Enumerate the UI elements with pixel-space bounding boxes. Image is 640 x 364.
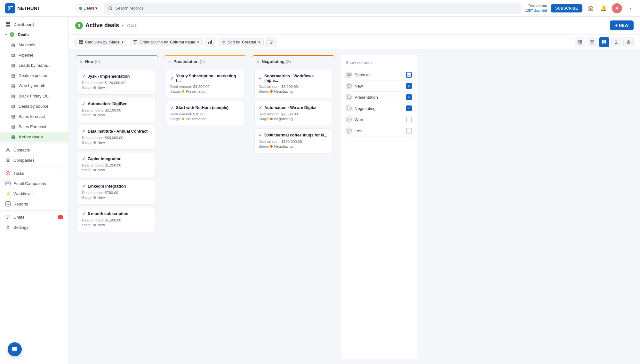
deal-card-5[interactable]: ✓ LinkedIn integration Deal amount: $780…: [78, 180, 156, 205]
chevron-down-icon[interactable]: ▾: [626, 4, 635, 13]
sidebar-label-active-deals: Active deals: [19, 135, 43, 139]
kanban-view-btn[interactable]: [599, 37, 609, 47]
chat-fab[interactable]: [8, 342, 22, 356]
sidebar-label-deals: Deals: [18, 32, 29, 37]
check-icon-1: ✓: [82, 74, 86, 79]
deal-card-4[interactable]: ✓ Zapier integration Deal amount: $1,250…: [78, 152, 156, 177]
sidebar-item-companies[interactable]: Companies: [0, 155, 68, 165]
order-column-button[interactable]: Order column by Column name ▾: [130, 38, 203, 46]
sidebar-item-sales-forecast2[interactable]: ▤ Sales Forecast: [0, 121, 68, 132]
sort-by-chevron: ▾: [258, 40, 260, 44]
deal-amount-10: Deal amount: $2,300.00: [259, 112, 328, 116]
sidebar-label-contacts: Contacts: [13, 148, 30, 152]
deal-card-1[interactable]: ✓ Jysk - Implementation Deal amount: $12…: [78, 70, 156, 95]
sidebar-item-pipeline[interactable]: ▤ Pipeline: [0, 50, 68, 60]
sidebar-item-deals[interactable]: ▾ $ Deals: [0, 29, 68, 40]
page-title-dropdown[interactable]: ▾: [122, 23, 124, 28]
sidebar-item-active-deals[interactable]: ▤ Active deals: [0, 132, 68, 142]
presentation-checkbox[interactable]: ✓: [406, 94, 412, 100]
subscribe-button[interactable]: SUBSCRIBE: [551, 4, 582, 12]
sort-by-button[interactable]: Sort by Created ▾: [218, 38, 264, 46]
sidebar-item-dashboard[interactable]: Dashboard: [0, 19, 68, 29]
deal-card-9[interactable]: ✓ Supermetrics - Workflows imple... Deal…: [254, 70, 332, 98]
deal-card-2[interactable]: ✓ Automation -DigiBen Deal amount: $2,10…: [78, 97, 156, 122]
deals-pill[interactable]: Deals ▾: [76, 4, 100, 12]
show-columns-title: Show columns: [346, 60, 412, 65]
toggle-row-new[interactable]: New ✓: [346, 81, 412, 92]
deal-stage-3: Stage: New: [82, 141, 152, 144]
settings-btn[interactable]: [623, 37, 634, 47]
deal-name-2: ✓ Automation -DigiBen: [82, 101, 152, 106]
search-input[interactable]: [115, 6, 517, 11]
deal-card-6[interactable]: ✓ 6 month subscription Deal amount: $1,5…: [78, 207, 156, 232]
svg-rect-9: [6, 182, 10, 185]
sidebar-label-companies: Companies: [13, 158, 35, 163]
sidebar-item-contacts[interactable]: Contacts: [0, 145, 68, 155]
toggle-row-won[interactable]: Won: [346, 114, 412, 125]
notification-icon[interactable]: 🔔: [599, 4, 608, 13]
home-icon[interactable]: 🏠: [586, 4, 595, 13]
show-all-checkbox[interactable]: —: [406, 72, 412, 78]
lost-checkbox[interactable]: [406, 128, 412, 134]
sidebar-item-workflows[interactable]: ⚡ Workflows: [0, 189, 68, 199]
sidebar-item-tasks[interactable]: Tasks +: [0, 168, 68, 178]
sidebar-label-sales-forecast2: Sales Forecast: [19, 124, 46, 129]
list-view-btn[interactable]: [587, 37, 597, 47]
svg-rect-16: [133, 42, 136, 42]
svg-point-30: [347, 84, 350, 88]
new-toggle-label: New: [355, 84, 404, 89]
sidebar-item-sales-forecast1[interactable]: ▤ Sales forecast: [0, 111, 68, 121]
deal-amount-4: Deal amount: $1,250.00: [82, 163, 152, 167]
table-view-btn[interactable]: [575, 37, 585, 47]
drag-handle-presentation[interactable]: ⠿: [168, 59, 171, 64]
filter-icon-btn[interactable]: [266, 37, 276, 47]
sales-forecast2-icon: ▤: [10, 124, 16, 129]
sidebar-item-deals-expected[interactable]: ▤ Deals expected...: [0, 70, 68, 81]
toggle-row-negotiating[interactable]: Negotiating ✓: [346, 103, 412, 114]
drag-handle-new[interactable]: ⠿: [80, 59, 83, 64]
sidebar-item-chats[interactable]: Chats 3: [0, 212, 68, 222]
sidebar-item-my-deals[interactable]: ▤ My deals: [0, 40, 68, 50]
chart-icon-btn[interactable]: [205, 37, 215, 47]
won-checkbox[interactable]: [406, 117, 412, 122]
sidebar-item-email-campaigns[interactable]: Email Campaigns: [0, 178, 68, 189]
toggle-row-lost[interactable]: Lost: [346, 125, 412, 136]
card-view-button[interactable]: Card view by Stage ▾: [75, 38, 127, 46]
logo[interactable]: NETHUNT: [5, 3, 72, 13]
svg-rect-3: [6, 25, 8, 27]
sidebar-item-leads-by-mana[interactable]: ▤ Leads by mana...: [0, 60, 68, 70]
search-area[interactable]: [104, 3, 521, 14]
deal-stage-1: Stage: New: [82, 86, 152, 89]
sidebar-label-deals-by-source: Deals by source: [19, 104, 48, 109]
deal-card-10[interactable]: ✓ Automation - We are Digital Deal amoun…: [254, 101, 332, 126]
formula-btn[interactable]: Σ: [611, 37, 621, 47]
new-button[interactable]: + NEW: [610, 20, 634, 30]
deal-card-7[interactable]: ✓ Yearly Subscription - marketing t... D…: [166, 70, 244, 98]
sidebar-item-deals-by-source[interactable]: ▤ Deals by source: [0, 101, 68, 111]
drag-handle-negotiating[interactable]: ⠿: [256, 59, 259, 64]
svg-rect-7: [7, 160, 9, 162]
check-icon-11: ✓: [259, 133, 262, 138]
avatar[interactable]: A: [612, 3, 622, 13]
new-checkbox[interactable]: ✓: [406, 83, 412, 89]
tasks-add-icon[interactable]: +: [60, 170, 63, 176]
show-all-row[interactable]: Show all —: [346, 69, 412, 81]
filter-icon: [269, 40, 274, 44]
sidebar-item-black-friday[interactable]: ▤ Black Friday Of...: [0, 91, 68, 101]
deal-amount-3: Deal amount: $60,000.00: [82, 136, 152, 140]
deal-card-8[interactable]: ✓ Start with NetHunt (sample) Deal amoun…: [166, 101, 244, 126]
sidebar-item-reports[interactable]: Reports: [0, 199, 68, 209]
record-count: 31/31: [126, 23, 137, 28]
sidebar-item-won-by-month[interactable]: ▤ Won by month: [0, 81, 68, 91]
deal-card-3[interactable]: ✓ Data Institute - Annual Contract Deal …: [78, 125, 156, 150]
presentation-toggle-label: Presentation: [355, 95, 404, 100]
deal-name-6: ✓ 6 month subscription: [82, 211, 152, 216]
negotiating-checkbox[interactable]: ✓: [406, 105, 412, 111]
deal-amount-2: Deal amount: $2,100.00: [82, 108, 152, 112]
deal-card-11[interactable]: ✓ 5000 thermal coffee mugs for N... Deal…: [254, 128, 332, 153]
cards-list-negotiating: ✓ Supermetrics - Workflows imple... Deal…: [252, 67, 335, 359]
deals-pill-arrow: ▾: [95, 6, 98, 11]
sidebar-item-settings[interactable]: ⚙ Settings: [0, 222, 68, 232]
toggle-row-presentation[interactable]: Presentation ✓: [346, 92, 412, 103]
board-column-new: ⠿ New (6) ✓ Jysk - Implementation Deal a…: [75, 55, 158, 359]
